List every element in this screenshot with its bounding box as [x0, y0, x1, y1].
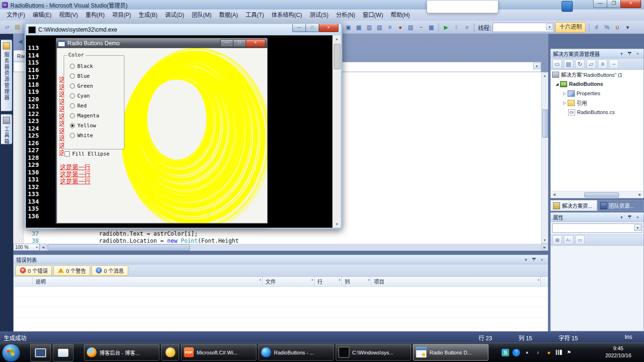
radio-option-green[interactable]: Green — [70, 83, 93, 89]
status-char[interactable]: 字符 15 — [559, 334, 578, 342]
taskbar-button[interactable]: C:\Windows\sys... — [336, 344, 411, 361]
scroll-down-icon[interactable]: ▼ — [542, 237, 548, 243]
radio-button-icon[interactable] — [70, 74, 75, 79]
radio-option-magenta[interactable]: Magenta — [70, 113, 99, 119]
scroll-left-icon[interactable]: ◀ — [551, 191, 557, 197]
error-filter-error[interactable]: ×0 个错误 — [16, 265, 52, 276]
hidden-icons-arrow[interactable]: ▲ — [523, 349, 531, 356]
thread-combobox[interactable]: ▾ — [493, 23, 554, 32]
menu-item[interactable]: 分析(N) — [332, 10, 359, 20]
error-col-header[interactable]: 列▴ — [342, 277, 371, 286]
menu-item[interactable]: 重构(R) — [82, 10, 108, 20]
horizontal-scrollbar[interactable]: ◀ ▶ — [551, 191, 643, 197]
ime-badge-icon[interactable] — [561, 1, 573, 12]
tree-item[interactable]: 解决方案“RadioButtons” (1 — [551, 70, 644, 79]
menu-item[interactable]: 体系结构(C) — [268, 10, 306, 20]
taskbar-button[interactable]: RadioButtons - ... — [258, 344, 334, 361]
scroll-right-icon[interactable]: ▶ — [637, 191, 643, 197]
tree-item[interactable]: ▷引用 — [551, 98, 644, 107]
demo-client-area[interactable]: Color BlackBlueGreenCyanRedMagentaYellow… — [57, 48, 267, 223]
vs-titlebar[interactable]: ∞ RadioButtons - Microsoft Visual Studio… — [0, 0, 644, 9]
pause-icon[interactable]: ‖ — [452, 23, 461, 32]
combo-dropdown-icon[interactable]: ▾ — [546, 24, 553, 30]
editor-horizontal-scrollbar[interactable] — [47, 244, 541, 251]
maximize-icon[interactable]: □ — [305, 24, 319, 32]
tree-item[interactable]: ◢C#RadioButtons — [551, 79, 644, 89]
scrollbar-thumb[interactable] — [48, 244, 190, 251]
sidebar-tab-server-explorer[interactable]: 服务器资源管理器 — [1, 40, 12, 111]
maximize-icon[interactable]: □ — [233, 39, 246, 47]
scroll-left-icon[interactable]: ◀ — [40, 244, 47, 251]
error-col-header[interactable]: 项目▴ — [371, 277, 541, 286]
view-class-diagram-icon[interactable]: ▱ — [586, 59, 596, 69]
tree-item[interactable]: C#RadioButtons.cs — [551, 107, 644, 117]
radio-option-white[interactable]: White — [70, 132, 93, 139]
menu-item[interactable]: 项目(P) — [108, 10, 135, 20]
scroll-up-icon[interactable]: ▲ — [542, 73, 548, 79]
taskbar-button[interactable]: Radio Buttons D... — [413, 344, 488, 361]
checkbox-icon[interactable] — [65, 151, 70, 156]
tab-team-explorer[interactable]: 团队资源... — [597, 200, 644, 211]
navbar-dropdown-icon[interactable]: ▾ — [533, 63, 540, 69]
help-icon[interactable]: ? — [512, 349, 520, 356]
action-center-icon[interactable]: ⚑ — [565, 349, 573, 356]
tree-item[interactable]: ▷Properties — [551, 89, 644, 98]
close-icon[interactable]: × — [319, 24, 339, 32]
error-filter-warning[interactable]: !0 个警告 — [53, 265, 90, 276]
menu-item[interactable]: 帮助(H) — [387, 10, 414, 20]
scroll-up-icon[interactable]: ▲ — [333, 35, 341, 42]
scrollbar-thumb[interactable] — [542, 109, 548, 138]
magnet-icon[interactable]: ∪ — [612, 23, 622, 32]
window-position-icon[interactable]: ▾ — [618, 214, 625, 220]
menu-item[interactable]: 工具(T) — [242, 10, 268, 20]
close-icon[interactable]: × — [634, 214, 641, 220]
menu-item[interactable]: 测试(S) — [306, 10, 332, 20]
radio-button-icon[interactable] — [70, 83, 75, 89]
properties-titlebar[interactable]: 属性 ▾ × — [551, 213, 644, 222]
open-file-icon[interactable]: ▤ — [13, 22, 22, 32]
taskbar-button[interactable] — [161, 344, 179, 361]
memory-window-icon[interactable]: ▥ — [364, 23, 374, 32]
minimize-icon[interactable]: — — [220, 39, 233, 47]
tree-expander-icon[interactable]: ▷ — [562, 91, 567, 96]
alphabetical-icon[interactable]: A↓ — [564, 235, 573, 245]
view-code-icon[interactable]: ≡ — [598, 59, 607, 69]
tab-solution-explorer[interactable]: 解决方案资... — [550, 200, 597, 211]
radio-button-icon[interactable] — [70, 123, 75, 128]
scroll-right-icon[interactable]: ▶ — [541, 244, 548, 251]
radio-option-yellow[interactable]: Yellow — [70, 123, 96, 129]
network-icon[interactable] — [556, 350, 562, 355]
radio-button-icon[interactable] — [70, 64, 75, 69]
menu-item[interactable]: 视图(V) — [55, 10, 82, 20]
window-position-icon[interactable]: ▾ — [618, 50, 625, 57]
properties-window-icon[interactable]: ▭ — [553, 59, 562, 69]
combo-dropdown-icon[interactable]: ▾ — [634, 224, 641, 231]
close-icon[interactable]: × — [538, 256, 545, 263]
hex-display-toggle[interactable]: 十六进制 — [555, 22, 586, 33]
minimize-icon[interactable]: — — [292, 24, 306, 32]
pin-icon[interactable] — [626, 50, 633, 57]
start-debug-icon[interactable]: ▶ — [441, 23, 451, 32]
modules-icon[interactable]: ▩ — [427, 23, 436, 32]
demo-titlebar[interactable]: Radio Buttons Demo — □ × — [56, 38, 267, 48]
new-item-icon[interactable]: ▱ — [2, 22, 12, 32]
radio-button-icon[interactable] — [70, 93, 75, 99]
radio-buttons-demo-window[interactable]: Radio Buttons Demo — □ × Color BlackBlue… — [56, 38, 268, 224]
update-icon[interactable]: ● — [545, 349, 553, 356]
menu-item[interactable]: 窗口(W) — [359, 10, 387, 20]
hex-view-icon[interactable]: # — [592, 23, 601, 32]
window-position-icon[interactable]: ▾ — [522, 256, 529, 263]
quick-launch-explorer-icon[interactable] — [53, 344, 74, 362]
radio-option-black[interactable]: Black — [70, 63, 93, 69]
taskbar-clock[interactable]: 9:45 2022/10/16 — [605, 345, 631, 359]
quick-launch-monitor-icon[interactable] — [30, 344, 51, 362]
error-list-body[interactable] — [14, 287, 548, 332]
menu-item[interactable]: 文件(F) — [3, 10, 29, 20]
scrollbar-thumb[interactable] — [334, 44, 340, 69]
call-stack-icon[interactable]: ≡ — [385, 23, 395, 32]
editor-code-line[interactable]: radiobtn.Text = astrColor[i]; — [99, 230, 198, 237]
menu-item[interactable]: 团队(M) — [188, 10, 215, 20]
status-column[interactable]: 列 15 — [519, 334, 532, 342]
error-col-header[interactable]: 说明▴ — [33, 277, 263, 286]
status-line[interactable]: 行 23 — [479, 334, 492, 342]
